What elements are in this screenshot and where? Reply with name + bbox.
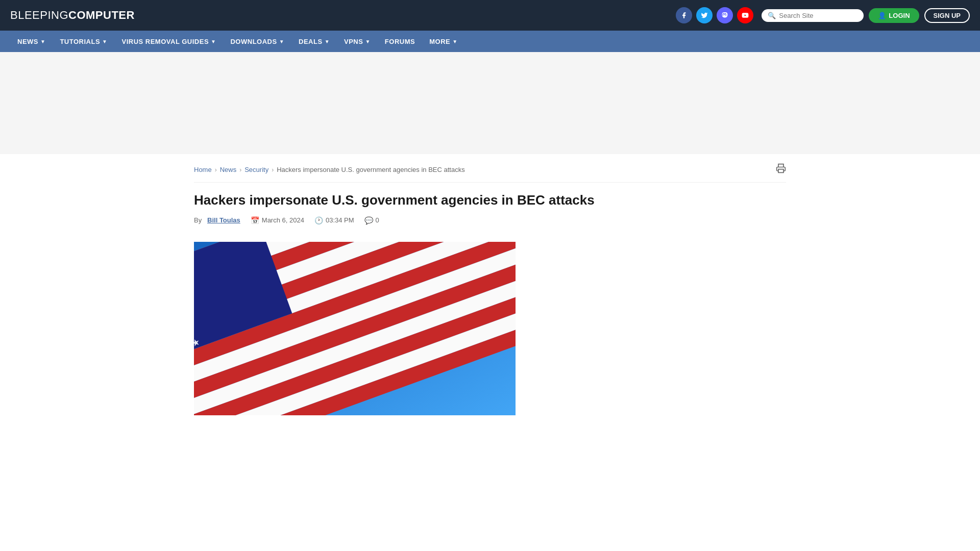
by-label: By	[194, 216, 202, 224]
nav-virus-label: VIRUS REMOVAL GUIDES	[121, 38, 209, 45]
nav-tutorials-arrow: ▼	[102, 39, 107, 44]
breadcrumb-sep-3: ›	[272, 166, 274, 173]
nav-deals-label: DEALS	[299, 38, 323, 45]
breadcrumb-news[interactable]: News	[220, 166, 237, 173]
facebook-icon[interactable]	[676, 7, 692, 23]
nav-item-more[interactable]: MORE ▼	[422, 31, 464, 52]
user-icon: 👤	[878, 12, 886, 19]
breadcrumb-security[interactable]: Security	[244, 166, 268, 173]
nav-item-vpns[interactable]: VPNS ▼	[337, 31, 378, 52]
author-info: By Bill Toulas	[194, 216, 240, 224]
nav-item-downloads[interactable]: DOWNLOADS ▼	[223, 31, 291, 52]
time-meta: 🕐 03:34 PM	[314, 216, 354, 224]
nav-downloads-arrow: ▼	[279, 39, 284, 44]
nav-tutorials-label: TUTORIALS	[60, 38, 100, 45]
author-link[interactable]: Bill Toulas	[207, 216, 240, 224]
logo-part2: COMPUTER	[68, 9, 135, 21]
site-logo[interactable]: BLEEPINGCOMPUTER	[10, 9, 135, 22]
nav-deals-arrow: ▼	[325, 39, 330, 44]
article-title: Hackers impersonate U.S. government agen…	[194, 192, 786, 209]
header-right: 🔍 👤 LOGIN SIGN UP	[676, 7, 970, 23]
nav-item-virus-removal[interactable]: VIRUS REMOVAL GUIDES ▼	[114, 31, 223, 52]
article-image: ★ ★ ★ ★ ★ ★ ★ ★ ★ ★ ★ ★ ★ ★ ★ ★ ★ ★ ★ ★ …	[194, 242, 516, 415]
signup-label: SIGN UP	[934, 12, 961, 19]
nav-more-label: MORE	[429, 38, 450, 45]
login-button[interactable]: 👤 LOGIN	[869, 8, 919, 23]
login-label: LOGIN	[889, 12, 910, 19]
clock-icon: 🕐	[314, 216, 323, 224]
main-nav: NEWS ▼ TUTORIALS ▼ VIRUS REMOVAL GUIDES …	[0, 31, 980, 52]
social-icons	[676, 7, 753, 23]
breadcrumb-sep-2: ›	[239, 166, 241, 173]
site-header: BLEEPINGCOMPUTER 🔍 👤 LOGIN SIGN UP	[0, 0, 980, 31]
search-input[interactable]	[779, 12, 857, 19]
mastodon-icon[interactable]	[717, 7, 733, 23]
article-meta: By Bill Toulas 📅 March 6, 2024 🕐 03:34 P…	[194, 216, 786, 232]
comment-icon: 💬	[364, 216, 373, 224]
svg-rect-1	[778, 169, 783, 173]
nav-news-arrow: ▼	[40, 39, 45, 44]
search-box[interactable]: 🔍	[762, 9, 864, 22]
nav-news-label: NEWS	[17, 38, 38, 45]
twitter-icon[interactable]	[696, 7, 713, 23]
calendar-icon: 📅	[251, 216, 259, 224]
youtube-icon[interactable]	[737, 7, 753, 23]
comment-meta[interactable]: 💬 0	[364, 216, 379, 224]
main-container: Home › News › Security › Hackers imperso…	[184, 154, 796, 415]
breadcrumb-sep-1: ›	[215, 166, 217, 173]
article-time: 03:34 PM	[326, 216, 354, 224]
article-date: March 6, 2024	[262, 216, 304, 224]
print-button[interactable]	[776, 163, 786, 176]
nav-forums-label: FORUMS	[385, 38, 415, 45]
signup-button[interactable]: SIGN UP	[924, 8, 970, 23]
nav-item-forums[interactable]: FORUMS	[378, 31, 422, 52]
search-icon: 🔍	[768, 12, 776, 19]
nav-vpns-label: VPNS	[344, 38, 363, 45]
nav-virus-arrow: ▼	[211, 39, 216, 44]
advertisement-banner	[0, 52, 980, 154]
nav-item-news[interactable]: NEWS ▼	[10, 31, 53, 52]
breadcrumb-home[interactable]: Home	[194, 166, 212, 173]
breadcrumb-current: Hackers impersonate U.S. government agen…	[277, 166, 465, 173]
comment-count: 0	[376, 216, 379, 224]
nav-more-arrow: ▼	[452, 39, 457, 44]
breadcrumb: Home › News › Security › Hackers imperso…	[194, 154, 786, 183]
nav-item-deals[interactable]: DEALS ▼	[291, 31, 337, 52]
logo-part1: BLEEPING	[10, 9, 68, 21]
date-meta: 📅 March 6, 2024	[251, 216, 304, 224]
nav-vpns-arrow: ▼	[365, 39, 370, 44]
nav-item-tutorials[interactable]: TUTORIALS ▼	[53, 31, 114, 52]
nav-downloads-label: DOWNLOADS	[230, 38, 277, 45]
